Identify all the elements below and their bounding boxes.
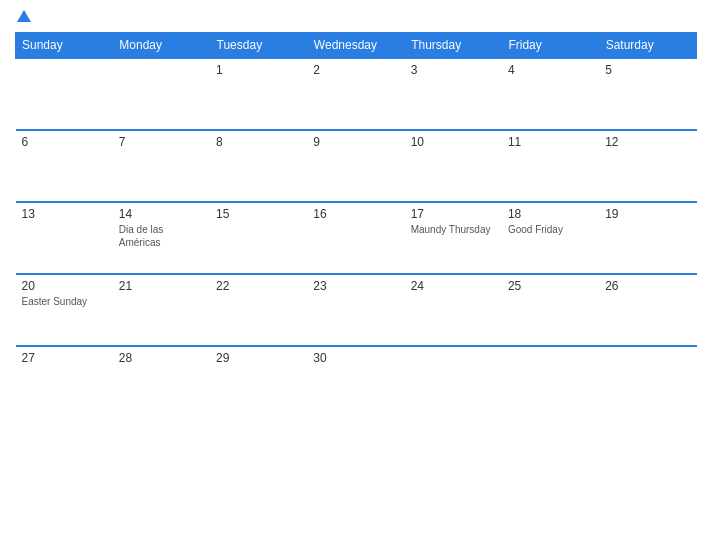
calendar-event: Easter Sunday — [22, 295, 107, 308]
calendar-cell: 16 — [307, 202, 404, 274]
calendar-cell: 6 — [16, 130, 113, 202]
day-number: 19 — [605, 207, 690, 221]
calendar-cell: 3 — [405, 58, 502, 130]
calendar-cell: 18Good Friday — [502, 202, 599, 274]
calendar-page: SundayMondayTuesdayWednesdayThursdayFrid… — [0, 0, 712, 550]
calendar-cell: 21 — [113, 274, 210, 346]
calendar-cell — [502, 346, 599, 418]
day-header-sunday: Sunday — [16, 33, 113, 59]
day-number: 20 — [22, 279, 107, 293]
day-number: 30 — [313, 351, 398, 365]
calendar-week-4: 20Easter Sunday212223242526 — [16, 274, 697, 346]
day-number: 10 — [411, 135, 496, 149]
calendar-cell: 26 — [599, 274, 696, 346]
day-number: 17 — [411, 207, 496, 221]
day-number: 22 — [216, 279, 301, 293]
day-number: 3 — [411, 63, 496, 77]
day-number: 15 — [216, 207, 301, 221]
calendar-event: Maundy Thursday — [411, 223, 496, 236]
calendar-cell: 10 — [405, 130, 502, 202]
calendar-cell: 1 — [210, 58, 307, 130]
logo-triangle-icon — [17, 10, 31, 22]
day-number: 16 — [313, 207, 398, 221]
day-number: 4 — [508, 63, 593, 77]
calendar-cell: 19 — [599, 202, 696, 274]
days-header-row: SundayMondayTuesdayWednesdayThursdayFrid… — [16, 33, 697, 59]
calendar-cell — [599, 346, 696, 418]
calendar-week-3: 1314Dia de las Américas151617Maundy Thur… — [16, 202, 697, 274]
day-header-wednesday: Wednesday — [307, 33, 404, 59]
day-number: 28 — [119, 351, 204, 365]
day-number: 25 — [508, 279, 593, 293]
calendar-cell: 8 — [210, 130, 307, 202]
day-header-thursday: Thursday — [405, 33, 502, 59]
calendar-cell: 7 — [113, 130, 210, 202]
day-header-saturday: Saturday — [599, 33, 696, 59]
calendar-cell: 4 — [502, 58, 599, 130]
day-header-tuesday: Tuesday — [210, 33, 307, 59]
day-number: 11 — [508, 135, 593, 149]
calendar-week-1: 12345 — [16, 58, 697, 130]
day-number: 14 — [119, 207, 204, 221]
calendar-event: Good Friday — [508, 223, 593, 236]
day-number: 6 — [22, 135, 107, 149]
day-number: 9 — [313, 135, 398, 149]
day-number: 18 — [508, 207, 593, 221]
day-number: 13 — [22, 207, 107, 221]
day-number: 8 — [216, 135, 301, 149]
calendar-cell: 27 — [16, 346, 113, 418]
calendar-cell: 13 — [16, 202, 113, 274]
day-number: 27 — [22, 351, 107, 365]
calendar-cell — [405, 346, 502, 418]
day-number: 1 — [216, 63, 301, 77]
calendar-cell — [113, 58, 210, 130]
day-number: 7 — [119, 135, 204, 149]
calendar-cell: 11 — [502, 130, 599, 202]
day-header-friday: Friday — [502, 33, 599, 59]
day-number: 29 — [216, 351, 301, 365]
calendar-cell: 5 — [599, 58, 696, 130]
calendar-cell: 24 — [405, 274, 502, 346]
calendar-cell: 23 — [307, 274, 404, 346]
calendar-cell: 15 — [210, 202, 307, 274]
calendar-cell: 30 — [307, 346, 404, 418]
calendar-cell: 2 — [307, 58, 404, 130]
calendar-cell: 12 — [599, 130, 696, 202]
day-number: 26 — [605, 279, 690, 293]
calendar-cell: 17Maundy Thursday — [405, 202, 502, 274]
calendar-cell: 20Easter Sunday — [16, 274, 113, 346]
calendar-cell: 28 — [113, 346, 210, 418]
day-header-monday: Monday — [113, 33, 210, 59]
calendar-event: Dia de las Américas — [119, 223, 204, 249]
header — [15, 10, 697, 24]
day-number: 23 — [313, 279, 398, 293]
day-number: 2 — [313, 63, 398, 77]
day-number: 24 — [411, 279, 496, 293]
calendar-week-5: 27282930 — [16, 346, 697, 418]
day-number: 21 — [119, 279, 204, 293]
day-number: 5 — [605, 63, 690, 77]
day-number: 12 — [605, 135, 690, 149]
calendar-cell — [16, 58, 113, 130]
logo — [15, 10, 31, 24]
calendar-cell: 14Dia de las Américas — [113, 202, 210, 274]
calendar-table: SundayMondayTuesdayWednesdayThursdayFrid… — [15, 32, 697, 418]
calendar-cell: 29 — [210, 346, 307, 418]
calendar-cell: 22 — [210, 274, 307, 346]
calendar-cell: 25 — [502, 274, 599, 346]
calendar-cell: 9 — [307, 130, 404, 202]
calendar-week-2: 6789101112 — [16, 130, 697, 202]
